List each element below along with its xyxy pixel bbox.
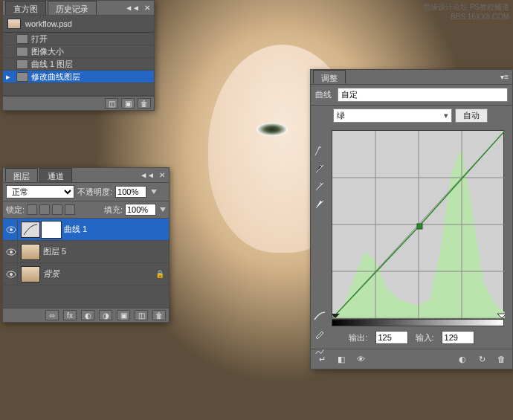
visibility-toggle[interactable] (4, 219, 18, 240)
visibility-toggle[interactable] (4, 242, 18, 262)
eye-icon (6, 271, 16, 278)
auto-button[interactable]: 自动 (455, 109, 488, 123)
visibility-icon[interactable]: 👁 (354, 352, 367, 366)
opacity-label: 不透明度: (77, 187, 112, 198)
layer-name: 图层 5 (43, 246, 66, 257)
lock-icon: 🔒 (155, 270, 164, 278)
tab-history[interactable]: 历史记录 (48, 1, 97, 15)
close-icon[interactable]: ✕ (158, 171, 167, 179)
panel-menu-icon[interactable]: ▾≡ (499, 73, 510, 81)
close-icon[interactable]: ✕ (143, 4, 152, 12)
history-panel: 直方图 历史记录 ◄◄ ✕ workflow.psd 打开 图像大小 曲线 1 … (2, 0, 155, 111)
lock-all-icon[interactable] (65, 204, 75, 215)
control-point[interactable] (417, 224, 422, 229)
svg-point-1 (10, 228, 13, 231)
opacity-input[interactable] (115, 186, 146, 198)
eyedropper-black-icon[interactable] (313, 162, 326, 175)
tab-adjustments[interactable]: 调整 (313, 70, 346, 84)
snapshot-thumb (7, 19, 21, 29)
output-label: 输出: (349, 332, 367, 343)
history-state[interactable]: 图像大小 (3, 45, 154, 58)
clip-icon[interactable]: ◧ (335, 352, 348, 366)
lock-label: 锁定: (6, 204, 25, 216)
layer-name: 背景 (43, 268, 59, 280)
fx-icon[interactable]: fx (63, 310, 77, 320)
fill-slider-icon[interactable] (160, 207, 166, 212)
eyedropper-gray-icon[interactable] (313, 180, 326, 193)
blend-mode-select[interactable]: 正常 (6, 185, 74, 198)
history-list: 打开 图像大小 曲线 1 图层 ▸ 修改曲线图层 (3, 33, 154, 96)
layer-thumb (21, 244, 40, 260)
snapshot-row[interactable]: workflow.psd (3, 16, 154, 33)
target-adjust-icon[interactable] (313, 144, 326, 158)
lock-position-icon[interactable] (52, 204, 62, 215)
new-layer-icon[interactable]: ◫ (135, 310, 148, 320)
svg-point-4 (10, 251, 13, 253)
curves-adjustment-thumb (21, 222, 40, 238)
background-eye (256, 123, 288, 136)
trash-icon[interactable]: 🗑 (494, 352, 508, 366)
layer-row-background[interactable]: 背景 🔒 (3, 263, 169, 285)
eye-icon (6, 226, 16, 233)
trash-icon[interactable]: 🗑 (152, 310, 166, 320)
eye-icon (6, 248, 16, 256)
output-input[interactable] (375, 331, 408, 344)
curve-mode-icon[interactable] (313, 309, 326, 323)
mask-icon[interactable]: ◐ (81, 310, 94, 320)
lock-transparent-icon[interactable] (27, 204, 37, 215)
input-gradient (332, 319, 504, 326)
layer-mask-thumb[interactable] (42, 222, 61, 238)
collapse-icon[interactable]: ◄◄ (138, 171, 156, 179)
fill-label: 填充: (104, 204, 123, 216)
svg-point-6 (10, 273, 13, 276)
opacity-slider-icon[interactable] (151, 190, 157, 194)
adjustment-icon[interactable]: ◑ (99, 310, 112, 320)
lock-pixels-icon[interactable] (39, 204, 50, 215)
fill-input[interactable] (125, 204, 156, 216)
curves-chart[interactable] (332, 130, 504, 317)
preset-select[interactable]: 自定 (338, 88, 508, 102)
layers-panel: 图层 通道 ◄◄ ✕ 正常 不透明度: 锁定: 填充: (2, 167, 170, 323)
layer-thumb (21, 266, 40, 282)
history-state[interactable]: 曲线 1 图层 (3, 58, 154, 71)
eyedropper-white-icon[interactable] (313, 198, 326, 211)
input-label: 输入: (416, 332, 434, 343)
link-layers-icon[interactable]: ⬄ (45, 310, 59, 320)
trash-icon[interactable]: 🗑 (138, 98, 151, 109)
group-icon[interactable]: ▣ (117, 310, 130, 320)
visibility-toggle[interactable] (4, 264, 18, 285)
smooth-icon[interactable] (313, 345, 326, 358)
layers-list: 曲线 1 图层 5 背景 🔒 (3, 219, 169, 308)
snapshot-name: workflow.psd (25, 19, 72, 28)
tab-layers[interactable]: 图层 (5, 168, 38, 182)
watermark: 思缘设计论坛 PS教程频道 BBS.16XX8.COM (423, 2, 509, 22)
svg-rect-2 (22, 223, 39, 236)
previous-state-icon[interactable]: ◐ (456, 352, 469, 366)
pencil-mode-icon[interactable] (313, 327, 326, 340)
channel-select[interactable]: 绿 ▾ (333, 109, 452, 123)
layer-name: 曲线 1 (64, 224, 87, 235)
reset-icon[interactable]: ↻ (475, 352, 488, 366)
layer-row[interactable]: 图层 5 (3, 241, 169, 263)
new-snapshot-icon[interactable]: ◫ (105, 98, 118, 109)
tab-histogram[interactable]: 直方图 (5, 1, 46, 15)
tab-channels[interactable]: 通道 (39, 168, 72, 182)
history-empty-row (3, 83, 154, 96)
layer-row-curves[interactable]: 曲线 1 (3, 219, 169, 241)
adjustment-type-label: 曲线 (315, 89, 332, 100)
adjustments-panel: 调整 ▾≡ 曲线 自定 (310, 69, 513, 369)
history-state-current[interactable]: ▸ 修改曲线图层 (3, 71, 154, 83)
collapse-icon[interactable]: ◄◄ (123, 4, 141, 12)
input-value-input[interactable] (442, 331, 474, 344)
history-state[interactable]: 打开 (3, 33, 154, 45)
new-doc-icon[interactable]: ▣ (121, 98, 135, 109)
